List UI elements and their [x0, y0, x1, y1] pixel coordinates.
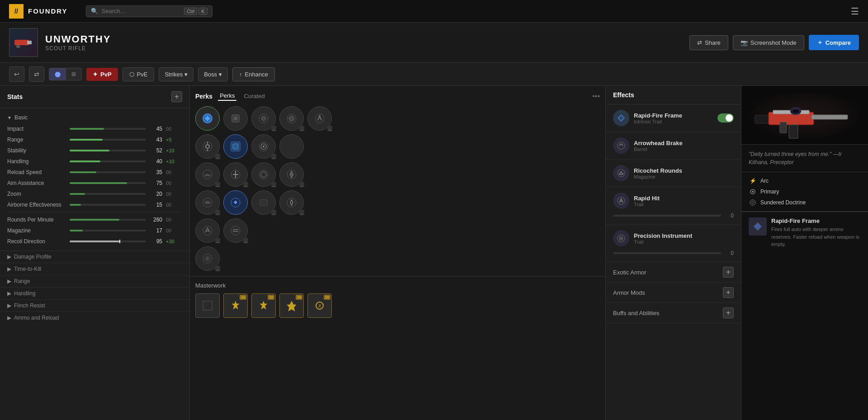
stat-value-aim: 75	[150, 180, 162, 186]
svg-rect-52	[780, 122, 787, 133]
strikes-selector[interactable]: Strikes ▾	[159, 67, 193, 81]
perk-slot-8[interactable]: _	[251, 134, 276, 159]
exotic-armor-add[interactable]: +	[723, 267, 734, 278]
ammo-label: Ammo and Reload	[14, 315, 59, 321]
tab-perks[interactable]: Perks	[218, 91, 236, 101]
mw-slot-4[interactable]: 10	[279, 293, 304, 318]
screenshot-button[interactable]: 📷 Screenshot Mode	[733, 35, 804, 50]
stat-label-zoom: Zoom	[7, 191, 66, 197]
perk-slot-7[interactable]	[223, 134, 248, 159]
stats-title: Stats	[7, 93, 23, 100]
perk-slot-3[interactable]: _	[251, 106, 276, 131]
frame-description: Fires full auto with deeper ammo reserve…	[771, 226, 861, 248]
perk-slot-5[interactable]: _	[307, 106, 332, 131]
ctrl-key: Ctrl	[184, 8, 197, 15]
toggle-rapidfire[interactable]	[717, 113, 734, 123]
perk-slot-4[interactable]: _	[279, 106, 304, 131]
mw-slot-2[interactable]: 10	[223, 293, 248, 318]
chevron-down-icon: ▾	[219, 71, 222, 78]
effect-top-arrowhead: Arrowhead Brake Barrel	[613, 137, 734, 154]
perk-slot-17[interactable]: _	[279, 190, 304, 215]
tab-curated[interactable]: Curated	[242, 92, 266, 100]
enhance-button[interactable]: ↑ Enhance	[232, 67, 275, 81]
stat-bar-airborne	[70, 204, 81, 206]
share-button[interactable]: ⇄ Share	[689, 35, 728, 50]
effect-ricochet: Ricochet Rounds Magazine	[606, 160, 741, 187]
effect-arrowhead: Arrowhead Brake Barrel	[606, 132, 741, 160]
perk-slot-11[interactable]: _	[223, 162, 248, 187]
stat-bar-zoom	[70, 193, 85, 195]
stat-bar-recoil	[70, 241, 119, 242]
ammo-section[interactable]: ▶ Ammo and Reload	[0, 311, 189, 324]
effect-type-rapidhit: Trait	[634, 202, 660, 207]
stat-label-handling: Handling	[7, 158, 66, 165]
perk-slot-13[interactable]: _	[279, 162, 304, 187]
search-box[interactable]: 🔍 Ctrl K	[86, 5, 212, 17]
menu-icon[interactable]: ☰	[851, 6, 859, 17]
stat-label-impact: Impact	[7, 126, 66, 132]
enhance-icon: ↑	[239, 71, 242, 78]
buffs-add[interactable]: +	[723, 307, 734, 318]
handling-section[interactable]: ▶ Handling	[0, 287, 189, 299]
right-panel: "Deity turned three eyes from me." —Ir K…	[741, 86, 868, 420]
stat-row-rpm: Rounds Per Minute 260 00	[0, 214, 189, 225]
perk-slot-empty5	[279, 218, 304, 243]
mw-badge-4: 10	[296, 295, 302, 300]
stat-bar-aim-bg	[70, 182, 146, 184]
stat-bonus-aim: 00	[166, 180, 182, 186]
range-section[interactable]: ▶ Range	[0, 275, 189, 287]
effect-type-ricochet: Magazine	[634, 174, 682, 179]
mode-circle-button[interactable]: ⬤	[49, 68, 66, 80]
mw-slot-1[interactable]	[195, 293, 220, 318]
search-input[interactable]	[102, 8, 181, 14]
logo-area: // FOUNDRY	[9, 4, 68, 19]
masterwork-section: Masterwork 10 10 10 Ⅹ	[190, 276, 605, 323]
share-icon: ⇄	[697, 39, 702, 46]
stat-bar-range	[70, 139, 103, 141]
damage-profile-section[interactable]: ▶ Damage Profile	[0, 250, 189, 263]
compare-button[interactable]: ＋ Compare	[809, 35, 859, 50]
precision-slider[interactable]	[613, 252, 721, 254]
perk-slot-10[interactable]: _	[195, 162, 220, 187]
buffs-row[interactable]: Buffs and Abilities +	[606, 303, 741, 323]
rapidhit-slider[interactable]	[613, 215, 721, 217]
perk-slot-14[interactable]: _	[195, 190, 220, 215]
stats-basic-section: ▼ Basic Impact 45 00 Range 43 +5	[0, 108, 189, 250]
perks-menu-button[interactable]: •••	[592, 92, 600, 100]
mw-slot-3[interactable]: 10	[251, 293, 276, 318]
arrow-icon-range: ▶	[7, 278, 11, 284]
ttk-section[interactable]: ▶ Time-to-Kill	[0, 263, 189, 275]
pvp-button[interactable]: ✦ PvP	[86, 68, 118, 81]
flinch-section[interactable]: ▶ Flinch Resist	[0, 299, 189, 311]
pve-button[interactable]: ⬡ PvE	[123, 67, 155, 81]
mw-slot-5[interactable]: Ⅹ 10	[307, 293, 332, 318]
perk-slot-20[interactable]: _	[195, 246, 220, 271]
perk-slot-16[interactable]: _	[251, 190, 276, 215]
perk-slot-6[interactable]: _	[195, 134, 220, 159]
perk-slot-19[interactable]: _	[223, 218, 248, 243]
perk-label-19: _	[243, 238, 248, 243]
frame-info: Rapid-Fire Frame Fires full auto with de…	[741, 212, 868, 254]
stats-add-button[interactable]: +	[171, 91, 182, 102]
perk-slot-9[interactable]	[279, 134, 304, 159]
boss-selector[interactable]: Boss ▾	[198, 67, 228, 81]
perk-slot-12[interactable]: _	[251, 162, 276, 187]
perk-slot-1[interactable]	[195, 106, 220, 131]
perk-label-6: _	[215, 154, 220, 159]
exotic-armor-row[interactable]: Exotic Armor +	[606, 262, 741, 283]
share-toolbar-button[interactable]: ⇄	[29, 66, 44, 82]
basic-section-toggle[interactable]: ▼ Basic	[0, 112, 189, 123]
undo-button[interactable]: ↩	[9, 66, 24, 82]
perk-slot-18[interactable]: _	[195, 218, 220, 243]
arrow-icon-ttk: ▶	[7, 266, 11, 272]
stat-bar-stability-bg	[70, 150, 146, 151]
perk-slot-2[interactable]	[223, 106, 248, 131]
perk-label-16: _	[271, 210, 276, 215]
perk-slot-15[interactable]	[223, 190, 248, 215]
stat-value-zoom: 20	[150, 191, 162, 197]
perk-grid-row4: _ _ _	[195, 190, 600, 215]
mode-grid-button[interactable]: ⊞	[66, 68, 81, 80]
effect-top-rapidfire: Rapid-Fire Frame Intrinsic Trait	[613, 110, 734, 126]
armor-mods-add[interactable]: +	[723, 287, 734, 298]
armor-mods-row[interactable]: Armor Mods +	[606, 283, 741, 303]
